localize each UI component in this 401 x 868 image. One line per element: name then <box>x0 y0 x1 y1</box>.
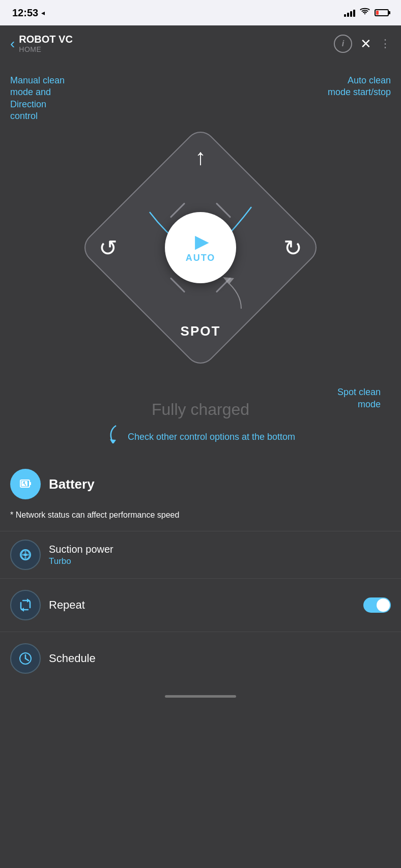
right-rotate-button[interactable]: ↻ <box>283 235 302 261</box>
wifi-icon <box>359 8 370 18</box>
charged-text: Fully charged <box>10 400 391 419</box>
suction-text-block: Suction power Turbo <box>49 544 113 566</box>
battery-icon <box>17 476 34 492</box>
location-icon: ◂ <box>41 9 45 17</box>
up-button[interactable]: ↑ <box>195 146 206 168</box>
toggle-knob <box>377 598 390 612</box>
suction-row[interactable]: Suction power Turbo <box>0 531 401 578</box>
svg-line-16 <box>25 659 28 661</box>
repeat-label: Repeat <box>49 598 355 612</box>
nav-title-block: ROBOT VC HOME <box>19 34 73 53</box>
status-time: 12:53 <box>12 7 38 19</box>
signal-bars <box>344 9 355 17</box>
svg-marker-3 <box>110 439 116 443</box>
diamond-container: ↑ ↺ ↻ SPOT ▶ AUTO <box>83 131 318 365</box>
control-area: Manual clean mode and Direction control … <box>10 75 391 421</box>
nav-right: i ✕ ⋮ <box>334 35 391 53</box>
repeat-icon-circle <box>10 590 41 620</box>
close-button[interactable]: ✕ <box>360 37 371 50</box>
annotation-spot: Spot clean mode <box>337 386 381 410</box>
nav-title: ROBOT VC <box>19 34 73 45</box>
annotation-auto: Auto clean mode start/stop <box>279 75 391 99</box>
nav-subtitle: HOME <box>19 45 73 53</box>
status-bar: 12:53 ◂ <box>0 0 401 25</box>
schedule-row[interactable]: Schedule <box>0 632 401 685</box>
play-icon: ▶ <box>195 232 209 251</box>
battery-status-icon <box>375 9 389 16</box>
repeat-toggle[interactable] <box>363 597 391 613</box>
repeat-icon <box>17 596 34 614</box>
back-button[interactable]: ‹ <box>10 37 15 51</box>
home-indicator <box>165 695 236 698</box>
auto-label: AUTO <box>186 253 216 263</box>
status-icons <box>344 8 389 18</box>
battery-icon-circle <box>10 469 41 499</box>
svg-rect-6 <box>30 482 31 485</box>
battery-label: Battery <box>49 476 95 492</box>
nav-left: ‹ ROBOT VC HOME <box>10 34 73 53</box>
schedule-icon <box>17 650 34 667</box>
repeat-row[interactable]: Repeat <box>0 578 401 632</box>
network-notice: * Network status can affect performance … <box>0 510 401 531</box>
left-rotate-button[interactable]: ↺ <box>99 235 118 261</box>
nav-header: ‹ ROBOT VC HOME i ✕ ⋮ <box>0 25 401 59</box>
status-section: Fully charged Check other control option… <box>10 400 391 443</box>
suction-value: Turbo <box>49 556 113 566</box>
battery-section: Battery <box>0 459 401 510</box>
info-button[interactable]: i <box>334 35 352 53</box>
check-arrow-icon <box>106 423 121 443</box>
auto-button[interactable]: ▶ AUTO <box>165 212 236 283</box>
suction-icon-circle <box>10 540 41 570</box>
schedule-icon-circle <box>10 643 41 674</box>
more-button[interactable]: ⋮ <box>380 37 391 50</box>
check-annotation: Check other control options at the botto… <box>10 423 391 443</box>
spot-button[interactable]: SPOT <box>181 323 221 339</box>
schedule-label: Schedule <box>49 652 391 665</box>
suction-icon <box>16 546 35 564</box>
annotation-manual: Manual clean mode and Direction control <box>10 75 112 123</box>
main-content: Manual clean mode and Direction control … <box>0 59 401 454</box>
suction-label: Suction power <box>49 544 113 555</box>
